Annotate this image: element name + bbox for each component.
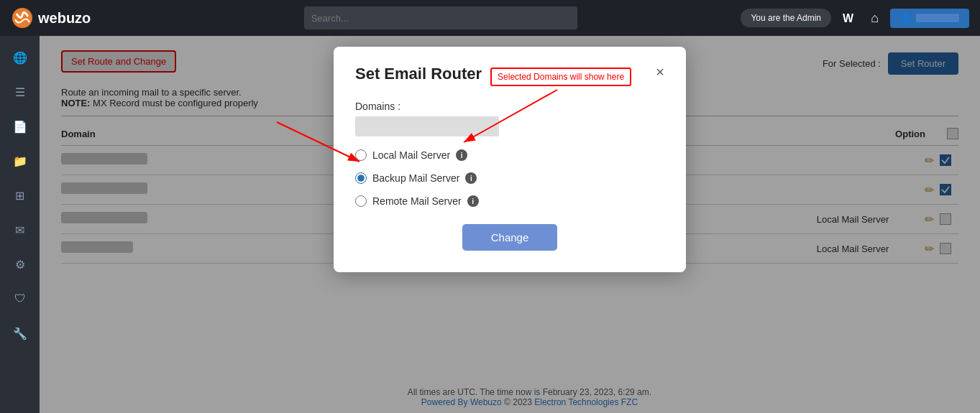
- sidebar: 🌐 ☰ 📄 📁 ⊞ ✉ ⚙ 🛡 🔧: [0, 36, 40, 413]
- admin-badge: You are the Admin: [741, 9, 831, 27]
- logo-text: webuzo: [38, 10, 91, 27]
- sidebar-item-document[interactable]: 📄: [6, 112, 35, 141]
- modal-title: Set Email Router: [355, 65, 482, 83]
- sidebar-item-packages[interactable]: ☰: [6, 78, 35, 106]
- local-info-icon[interactable]: i: [456, 149, 467, 161]
- modal-domains-label: Domains :: [355, 101, 664, 112]
- user-icon: 👤: [900, 13, 912, 24]
- selected-domains-badge: Selected Domains will show here: [490, 68, 631, 86]
- modal-close-btn[interactable]: ×: [656, 65, 664, 79]
- radio-remote-label: Remote Mail Server: [372, 195, 462, 207]
- wordpress-icon: W: [843, 12, 853, 24]
- navbar-right: You are the Admin W ⌂ 👤: [741, 8, 969, 29]
- search-input[interactable]: [304, 6, 577, 29]
- user-menu-btn[interactable]: 👤: [890, 9, 969, 28]
- radio-local: Local Mail Server i: [355, 149, 664, 161]
- sidebar-item-shield[interactable]: 🛡: [6, 284, 35, 313]
- logo: webuzo: [11, 6, 140, 29]
- sidebar-item-settings[interactable]: ⚙: [6, 250, 35, 279]
- remote-info-icon[interactable]: i: [467, 195, 479, 207]
- sidebar-item-globe[interactable]: 🌐: [6, 43, 35, 72]
- email-router-modal: Set Email Router Selected Domains will s…: [334, 47, 686, 272]
- home-icon: ⌂: [871, 11, 879, 25]
- radio-backup-input[interactable]: [355, 172, 367, 184]
- home-icon-btn[interactable]: ⌂: [865, 8, 884, 29]
- user-label: [916, 14, 959, 22]
- sidebar-item-wrench[interactable]: 🔧: [6, 319, 35, 348]
- radio-group: Local Mail Server i Backup Mail Server i…: [355, 149, 664, 207]
- logo-icon: [11, 6, 34, 29]
- radio-remote: Remote Mail Server i: [355, 195, 664, 207]
- radio-local-input[interactable]: [355, 149, 367, 161]
- sidebar-item-mail[interactable]: ✉: [6, 215, 35, 244]
- radio-backup-label: Backup Mail Server: [372, 172, 459, 184]
- backup-info-icon[interactable]: i: [465, 172, 477, 184]
- radio-local-label: Local Mail Server: [372, 149, 450, 161]
- change-btn[interactable]: Change: [462, 224, 558, 251]
- modal-domains-input: [355, 116, 499, 136]
- modal-header: Set Email Router Selected Domains will s…: [355, 65, 664, 86]
- main-layout: 🌐 ☰ 📄 📁 ⊞ ✉ ⚙ 🛡 🔧 Set Route and Change F…: [0, 36, 980, 413]
- sidebar-item-grid[interactable]: ⊞: [6, 181, 35, 210]
- content-area: Set Route and Change For Selected : Set …: [40, 36, 980, 413]
- svg-point-0: [12, 8, 32, 28]
- radio-remote-input[interactable]: [355, 195, 367, 207]
- sidebar-item-folder[interactable]: 📁: [6, 147, 35, 175]
- radio-backup: Backup Mail Server i: [355, 172, 664, 184]
- wordpress-icon-btn[interactable]: W: [837, 8, 859, 29]
- search-container: [147, 6, 733, 29]
- navbar: webuzo You are the Admin W ⌂ 👤: [0, 0, 980, 36]
